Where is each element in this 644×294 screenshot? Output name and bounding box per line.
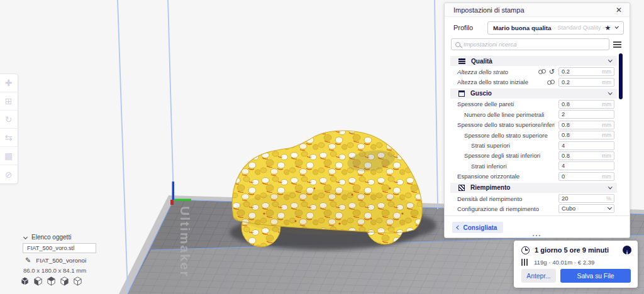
setting-value-box[interactable]: 0.2mm xyxy=(558,78,614,87)
setting-row: Espansione orizzontale0mm xyxy=(445,172,630,182)
section-header[interactable]: Qualità xyxy=(450,56,617,66)
setting-value-box[interactable]: 0.8mm xyxy=(558,151,614,160)
section-header[interactable]: Riempimento xyxy=(450,183,617,193)
setting-value-box[interactable]: 0.8mm xyxy=(558,131,614,139)
setting-row: Altezza dello strato iniziale0.2mm xyxy=(445,77,630,87)
view-3d-button[interactable] xyxy=(20,276,30,286)
chevron-down-icon xyxy=(608,205,612,210)
plate-logo: Ultimaker xyxy=(178,206,192,278)
setting-value-box[interactable]: 0mm xyxy=(558,172,614,181)
per-model-settings-tool-button[interactable]: ▦ xyxy=(0,147,18,165)
info-icon[interactable] xyxy=(623,246,631,254)
setting-row: Altezza dello strato↺0.2mm xyxy=(445,67,630,77)
setting-row: Spessore dello strato superiore/inferior… xyxy=(445,120,630,130)
recommended-button[interactable]: Consigliata xyxy=(452,222,503,233)
view-left-icon xyxy=(60,276,69,286)
shell-icon xyxy=(458,90,465,97)
mirror-tool-button[interactable]: ⇆ xyxy=(0,129,18,147)
setting-value-box[interactable]: 4 xyxy=(558,161,614,170)
rotate-tool-icon: ↻ xyxy=(5,115,13,124)
settings-list: QualitàAltezza dello strato↺0.2mmAltezza… xyxy=(445,55,630,214)
setting-dropdown[interactable]: Cubo xyxy=(558,204,614,213)
chevron-down-icon xyxy=(608,185,612,188)
print-settings-panel: Impostazioni di stampa ✕ Profilo Mario b… xyxy=(444,3,630,238)
filament-icon xyxy=(521,259,529,266)
setting-label: Strati superiori xyxy=(471,142,510,149)
panel-header: Impostazioni di stampa ✕ xyxy=(445,3,630,17)
setting-label: Altezza dello strato xyxy=(457,68,508,75)
setting-row: Configurazione di riempimentoCubo xyxy=(445,204,630,214)
setting-value-box[interactable]: 4 xyxy=(558,141,614,150)
setting-label: Strati inferiori xyxy=(471,163,507,170)
preview-button[interactable]: Antepr... xyxy=(521,269,556,283)
link-icon[interactable] xyxy=(538,69,546,74)
print-time-row: 1 giorno 5 ore 9 minuti xyxy=(521,246,631,254)
settings-menu-icon[interactable] xyxy=(613,41,621,48)
save-to-file-button[interactable]: Salva su File xyxy=(560,269,631,283)
view-presets xyxy=(20,276,82,286)
view-front-icon xyxy=(33,276,43,286)
setting-row: Strati inferiori4 xyxy=(445,161,630,171)
search-icon xyxy=(455,42,460,47)
search-input[interactable]: Impostazioni ricerca xyxy=(451,38,609,50)
material-row: 119g · 40.01m · € 2.39 xyxy=(521,259,594,266)
print-time: 1 giorno 5 ore 9 minuti xyxy=(535,246,609,254)
revert-icon[interactable]: ↺ xyxy=(549,68,555,75)
material-usage: 119g · 40.01m · € 2.39 xyxy=(534,259,594,266)
chevron-left-icon xyxy=(457,226,460,229)
rotate-tool-button[interactable]: ↻ xyxy=(0,111,18,129)
object-list-header[interactable]: Elenco oggetti xyxy=(24,234,71,241)
panel-resize-handle[interactable]: ••• xyxy=(445,234,630,237)
view-front-button[interactable] xyxy=(33,276,43,286)
cura-window: Ultimaker xyxy=(0,0,644,294)
move-tool-button[interactable]: ✚ xyxy=(0,74,18,92)
view-right-button[interactable] xyxy=(73,276,82,286)
model-dimensions: 86.0 x 180.0 x 84.1 mm xyxy=(23,267,86,274)
scale-tool-button[interactable]: ⊞ xyxy=(0,92,18,111)
setting-value-box[interactable]: 0.8mm xyxy=(558,121,614,129)
section-header[interactable]: Guscio xyxy=(450,89,617,99)
setting-row: Densità del riempimento20% xyxy=(445,193,630,204)
support-blocker-tool-button[interactable]: ⊘ xyxy=(0,165,18,183)
view-top-button[interactable] xyxy=(47,276,56,286)
setting-value-box[interactable]: 20% xyxy=(558,194,614,203)
model-name-row: ✎ FIAT_500_voronoi xyxy=(25,257,86,264)
setting-row: Strati superiori4 xyxy=(445,140,630,150)
chevron-down-icon xyxy=(23,234,28,239)
setting-label: Spessore dello strato superiore xyxy=(464,132,548,139)
per-model-settings-tool-icon: ▦ xyxy=(4,151,13,160)
setting-row: Spessore degli strati inferiori0.8mm xyxy=(445,151,630,161)
chevron-down-icon xyxy=(608,58,612,62)
setting-row: Spessore delle pareti0.8mm xyxy=(445,99,630,109)
chevron-down-icon xyxy=(608,90,612,94)
setting-value-box[interactable]: 2 xyxy=(558,110,614,119)
setting-label: Spessore delle pareti xyxy=(457,101,514,107)
panel-title: Impostazioni di stampa xyxy=(453,6,525,14)
profile-detail: - Standard Quality - 0.3mm xyxy=(554,24,605,31)
setting-label: Spessore degli strati inferiori xyxy=(464,152,540,159)
object-list-item[interactable]: FIAT_500_voro.stl xyxy=(23,243,96,253)
link-icon[interactable] xyxy=(547,80,555,85)
settings-scrollbar[interactable] xyxy=(619,53,623,99)
pencil-icon[interactable]: ✎ xyxy=(25,257,31,264)
star-icon[interactable]: ★ xyxy=(605,24,611,31)
view-left-button[interactable] xyxy=(60,276,69,286)
model-fiat-500[interactable] xyxy=(232,131,422,247)
search-placeholder: Impostazioni ricerca xyxy=(464,41,516,48)
setting-value-box[interactable]: 0.8mm xyxy=(558,100,614,109)
setting-label: Espansione orizzontale xyxy=(457,173,519,180)
clock-icon xyxy=(521,246,530,254)
mirror-tool-icon: ⇆ xyxy=(5,133,13,142)
profile-dropdown[interactable]: Mario buona qualita - Standard Quality -… xyxy=(487,21,624,35)
setting-value-box[interactable]: 0.2mm xyxy=(558,67,614,76)
profile-name: Mario buona qualita xyxy=(493,24,552,31)
chevron-down-icon xyxy=(615,25,619,29)
view-right-icon xyxy=(73,276,82,286)
tool-toolbar: ✚⊞↻⇆▦⊘ xyxy=(0,74,18,184)
view-top-icon xyxy=(47,276,56,286)
view-3d-icon xyxy=(20,276,30,286)
close-icon[interactable]: ✕ xyxy=(616,6,622,14)
setting-label: Densità del riempimento xyxy=(457,195,522,202)
action-buttons: Antepr... Salva su File xyxy=(521,269,631,283)
search-row: Impostazioni ricerca xyxy=(451,38,623,50)
